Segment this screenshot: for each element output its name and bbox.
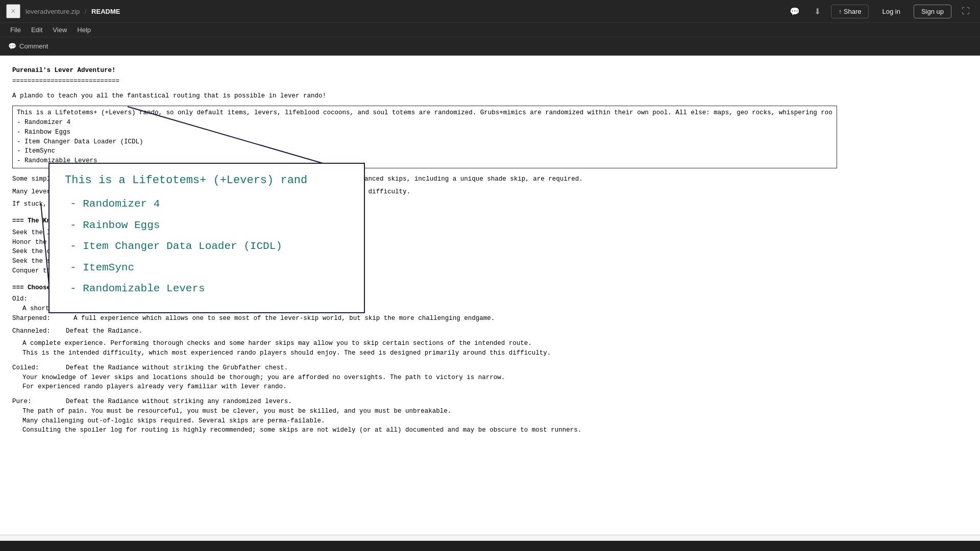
doc-separator: ============================ xyxy=(12,77,968,86)
file-path: leveradventure.zip / README xyxy=(26,8,120,15)
zoom-overlay: This is a Lifetotems+ (+Levers) rand - R… xyxy=(48,163,365,313)
top-bar: × leveradventure.zip / README 💬 ⬇ ↑ Shar… xyxy=(0,0,980,23)
pure-desc2: Many challenging out-of-logic skips requ… xyxy=(12,416,968,426)
sharpened-spacer xyxy=(55,315,70,322)
coiled-section: Coiled: Defeat the Radiance without stri… xyxy=(12,363,968,373)
comment-bar: 💬 Comment xyxy=(0,37,980,56)
pure-label: Pure: xyxy=(12,398,32,405)
doc-intro: A plando to teach you all the fantastica… xyxy=(12,91,968,101)
share-icon: ↑ xyxy=(839,8,842,15)
top-bar-actions: 💬 ⬇ ↑ Share Log in Sign up ⛶ xyxy=(786,5,974,18)
pure-desc1: The path of pain. You must be resourcefu… xyxy=(12,407,968,416)
share-label: Share xyxy=(844,8,862,15)
sharpened-label: Sharpened: xyxy=(12,315,51,322)
comment-button[interactable]: 💬 Comment xyxy=(8,42,48,50)
comment-icon-button[interactable]: 💬 xyxy=(786,5,804,18)
coiled-label: Coiled: xyxy=(12,364,39,371)
menu-file[interactable]: File xyxy=(6,25,25,35)
req-heading: This is a Lifetotems+ (+Levers) rando, s… xyxy=(17,108,832,118)
coiled-sub: Defeat the Radiance without striking the… xyxy=(66,364,288,371)
signup-button[interactable]: Sign up xyxy=(914,5,951,18)
menu-edit[interactable]: Edit xyxy=(27,25,46,35)
doc-title: Purenail's Lever Adventure! xyxy=(12,66,968,76)
zoom-item-1: - Rainbow Eggs xyxy=(65,217,354,234)
zoom-item-0: - Randomizer 4 xyxy=(65,196,354,212)
coiled-spacer xyxy=(43,364,62,371)
pure-desc3: Consulting the spoiler log for routing i… xyxy=(12,425,968,435)
path-separator: / xyxy=(85,8,87,15)
menu-bar: File Edit View Help xyxy=(0,23,980,37)
coiled-desc1: Your knowledge of lever skips and locati… xyxy=(12,373,968,383)
menu-view[interactable]: View xyxy=(48,25,71,35)
comment-label: Comment xyxy=(19,42,48,50)
zoom-item-3: - ItemSync xyxy=(65,260,354,276)
req-item-2: - Item Changer Data Loader (ICDL) xyxy=(17,137,832,147)
menu-help[interactable]: Help xyxy=(73,25,95,35)
pure-sub: Defeat the Radiance without striking any… xyxy=(66,398,292,405)
pure-spacer xyxy=(35,398,62,405)
login-button[interactable]: Log in xyxy=(875,5,907,18)
channeled-sub: Defeat the Radiance. xyxy=(66,328,142,335)
channeled-spacer xyxy=(55,328,62,335)
pure-section: Pure: Defeat the Radiance without striki… xyxy=(12,397,968,407)
channeled-desc2: This is the intended difficulty, which m… xyxy=(12,348,968,358)
sharpened-section: Sharpened: A full experience which allow… xyxy=(12,314,968,323)
sharpened-desc: A full experience which allows one to se… xyxy=(74,315,495,322)
bottom-bar xyxy=(0,535,980,541)
channeled-section: Channeled: Defeat the Radiance. xyxy=(12,327,968,336)
req-item-0: - Randomizer 4 xyxy=(17,118,832,128)
download-button[interactable]: ⬇ xyxy=(810,5,825,18)
content-area: Purenail's Lever Adventure! ============… xyxy=(0,56,980,541)
zoom-item-2: - Item Changer Data Loader (ICDL) xyxy=(65,238,354,255)
channeled-label: Channeled: xyxy=(12,328,51,335)
zoom-title: This is a Lifetotems+ (+Levers) rand xyxy=(65,172,354,189)
channeled-desc1: A complete experience. Performing thorou… xyxy=(12,339,968,348)
share-button[interactable]: ↑ Share xyxy=(831,5,869,18)
zip-filename: leveradventure.zip xyxy=(26,8,80,15)
requirements-box: This is a Lifetotems+ (+Levers) rando, s… xyxy=(12,106,837,168)
req-item-3: - ItemSync xyxy=(17,146,832,156)
comment-icon: 💬 xyxy=(8,42,16,50)
req-item-1: - Rainbow Eggs xyxy=(17,128,832,137)
readme-filename: README xyxy=(91,8,120,15)
close-button[interactable]: × xyxy=(6,4,20,18)
fullscreen-button[interactable]: ⛶ xyxy=(958,5,974,18)
coiled-desc2: For experienced rando players already ve… xyxy=(12,382,968,392)
zoom-item-4: - Randomizable Levers xyxy=(65,281,354,297)
